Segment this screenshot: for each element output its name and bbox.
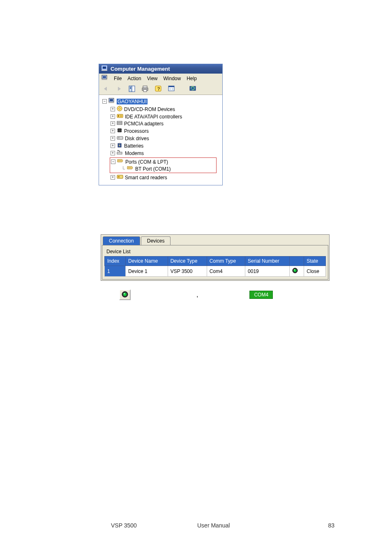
col-status-icon[interactable] — [290, 257, 304, 266]
tree-item-btport[interactable]: └ BT Port (COM1) — [111, 165, 215, 172]
svg-rect-7 — [132, 86, 135, 92]
collapse-icon[interactable]: − — [102, 99, 107, 104]
svg-rect-30 — [118, 123, 122, 123]
expand-icon[interactable]: + — [111, 107, 115, 111]
tree-item-label: PCMCIA adapters — [124, 121, 164, 127]
pcmcia-icon — [117, 120, 122, 127]
tree-item-cpu[interactable]: + Processors — [101, 127, 221, 135]
svg-point-52 — [294, 269, 295, 270]
svg-rect-22 — [108, 102, 114, 103]
svg-rect-40 — [117, 152, 122, 154]
svg-point-51 — [294, 269, 297, 272]
battery-icon — [117, 142, 122, 149]
svg-point-42 — [118, 160, 119, 161]
disk-icon — [117, 135, 123, 141]
svg-text:?: ? — [157, 86, 160, 91]
table-row[interactable]: 1 Device 1 VSP 3500 Com4 0019 Close — [105, 266, 326, 277]
svg-point-45 — [128, 167, 129, 168]
forward-icon[interactable] — [115, 85, 124, 93]
print-icon[interactable] — [141, 85, 150, 93]
properties-icon[interactable] — [128, 85, 137, 93]
footer-page-number: 83 — [328, 522, 334, 529]
device-tree[interactable]: − GAOYANHUI + DVD/CD-ROM Devices + IDE A… — [99, 95, 222, 185]
ide-icon — [117, 113, 123, 120]
cell-index: 1 — [105, 266, 126, 277]
svg-rect-10 — [143, 86, 147, 88]
separator-comma: , — [196, 291, 198, 298]
devices-body: Device List Index Device Name Device Typ… — [102, 245, 328, 280]
window-icon[interactable] — [167, 85, 176, 93]
svg-point-54 — [123, 292, 127, 296]
svg-rect-8 — [130, 87, 131, 88]
menu-window[interactable]: Window — [164, 76, 181, 81]
tree-item-label: DVD/CD-ROM Devices — [124, 106, 175, 112]
svg-rect-5 — [101, 79, 107, 80]
device-table: Index Device Name Device Type Comm Type … — [104, 256, 326, 277]
help-icon[interactable]: ? — [154, 85, 163, 93]
svg-rect-18 — [172, 88, 173, 90]
tab-connection[interactable]: Connection — [103, 236, 140, 245]
tree-root-row[interactable]: − GAOYANHUI — [101, 97, 221, 105]
svg-rect-17 — [169, 88, 171, 90]
svg-point-37 — [118, 137, 120, 139]
tree-item-ide[interactable]: + IDE ATA/ATAPI controllers — [101, 113, 221, 120]
menu-view[interactable]: View — [147, 76, 158, 81]
expand-icon[interactable]: + — [111, 129, 115, 133]
svg-rect-16 — [168, 86, 174, 87]
expand-icon[interactable]: + — [111, 175, 115, 180]
devices-panel: Connection Devices Device List Index Dev… — [101, 234, 330, 281]
cell-device-type: VSP 3500 — [168, 266, 207, 277]
tab-bar: Connection Devices — [101, 235, 329, 245]
col-device-name[interactable]: Device Name — [126, 257, 168, 266]
tree-root-label[interactable]: GAOYANHUI — [117, 99, 148, 104]
menu-file[interactable]: File — [114, 76, 122, 81]
tree-item-dvd[interactable]: + DVD/CD-ROM Devices — [101, 105, 221, 113]
col-comm-type[interactable]: Comm Type — [207, 257, 245, 266]
tree-item-smartcard[interactable]: + Smart card readers — [101, 174, 221, 181]
tab-devices[interactable]: Devices — [141, 236, 171, 245]
col-device-type[interactable]: Device Type — [168, 257, 207, 266]
col-serial-number[interactable]: Serial Number — [245, 257, 290, 266]
computer-icon-small — [101, 75, 108, 82]
col-state[interactable]: State — [304, 257, 326, 266]
back-icon[interactable] — [101, 85, 111, 93]
modem-icon — [117, 150, 123, 156]
svg-rect-2 — [101, 70, 107, 71]
tree-item-label: IDE ATA/ATAPI controllers — [125, 114, 182, 120]
bottom-row: , COM4 — [101, 289, 329, 300]
expand-icon[interactable]: + — [111, 136, 115, 141]
cell-status-icon — [290, 266, 304, 277]
svg-point-43 — [120, 160, 120, 161]
ports-label: Ports (COM & LPT) — [125, 159, 168, 165]
menu-action[interactable]: Action — [127, 76, 141, 81]
expand-icon[interactable]: + — [111, 151, 115, 155]
menu-bar[interactable]: File Action View Window Help — [99, 74, 222, 83]
tree-item-label: Disk drives — [125, 136, 149, 141]
tree-item-battery[interactable]: + Batteries — [101, 142, 221, 150]
svg-point-47 — [131, 167, 131, 168]
com-port-badge: COM4 — [249, 291, 273, 299]
computer-icon — [101, 65, 108, 72]
leaf-connector-icon: └ — [121, 166, 125, 172]
table-header-row: Index Device Name Device Type Comm Type … — [105, 257, 326, 266]
tree-item-pcmcia[interactable]: + PCMCIA adapters — [101, 120, 221, 127]
tree-item-label: Modems — [125, 150, 144, 156]
tree-item-disk[interactable]: + Disk drives — [101, 135, 221, 142]
svg-point-24 — [119, 108, 120, 109]
refresh-monitor-icon[interactable] — [189, 85, 198, 93]
cell-serial-number: 0019 — [245, 266, 290, 277]
svg-rect-27 — [120, 115, 122, 116]
col-index[interactable]: Index — [105, 257, 126, 266]
collapse-icon[interactable]: − — [111, 160, 115, 164]
svg-rect-9 — [130, 88, 131, 89]
cpu-icon — [117, 127, 122, 134]
tree-item-ports[interactable]: − Ports (COM & LPT) — [111, 158, 215, 165]
menu-help[interactable]: Help — [187, 76, 197, 81]
expand-icon[interactable]: + — [111, 121, 115, 126]
tree-item-modem[interactable]: + Modems — [101, 150, 221, 157]
expand-icon[interactable]: + — [111, 143, 115, 148]
led-icon — [122, 291, 128, 299]
connect-button[interactable] — [119, 289, 131, 300]
tree-item-label: Batteries — [124, 143, 143, 149]
expand-icon[interactable]: + — [111, 114, 115, 119]
